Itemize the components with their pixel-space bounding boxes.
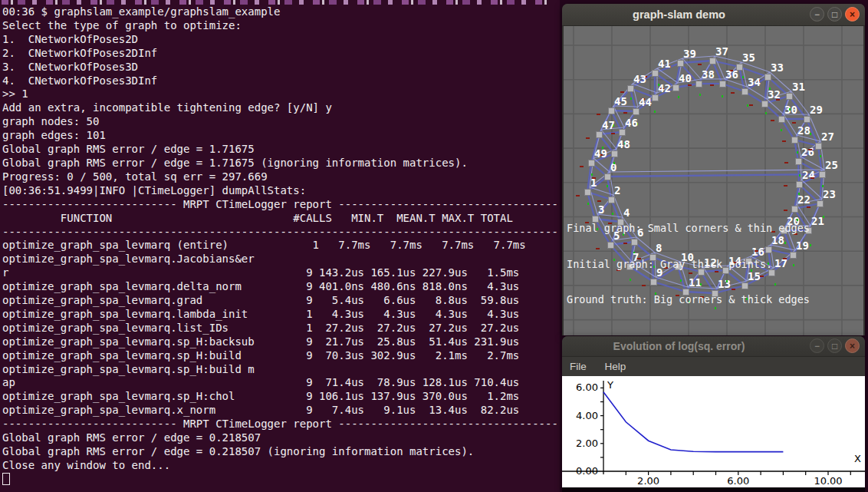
terminal-window[interactable]: 00:36 $ graphslam_example/graphslam_exam…	[0, 0, 560, 492]
graph-node	[584, 189, 591, 196]
graph-node-label: 42	[658, 83, 671, 94]
maximize-button[interactable]: □	[827, 7, 842, 21]
graph-node	[652, 70, 659, 77]
menu-help[interactable]: Help	[597, 357, 634, 376]
error-curve	[603, 392, 783, 452]
graph-edge	[747, 87, 767, 99]
graph-node	[619, 129, 626, 136]
minimize-button[interactable]: −	[810, 7, 824, 21]
graph-edge	[610, 170, 824, 172]
terminal-clipped-top-line	[2, 0, 547, 5]
graph-node	[596, 131, 603, 138]
initial-graph-point	[784, 185, 787, 187]
graph-slam-demo-window: graph-slam demo −□× 01234567891011121314…	[562, 4, 865, 335]
graph-edge	[767, 99, 784, 114]
graph-node-label: 2	[614, 185, 620, 196]
graph-node	[677, 60, 684, 67]
graph-node-label: 25	[825, 160, 838, 170]
ground-truth-point	[613, 162, 615, 164]
legend-initial-graph: Initial graph: Gray thick points.	[567, 259, 810, 270]
initial-graph-point	[771, 120, 774, 121]
initial-graph-point	[580, 166, 584, 167]
graph-node-label: 38	[702, 69, 715, 80]
error-window-controls: −□×	[810, 338, 860, 353]
graph-node	[796, 181, 803, 188]
ground-truth-point	[769, 88, 771, 90]
graph-node-label: 43	[633, 74, 646, 84]
graph-node	[608, 107, 615, 114]
error-window-titlebar[interactable]: Evolution of log(sq. error) −□×	[562, 336, 865, 357]
initial-graph-point	[749, 104, 753, 106]
graph-node-label: 30	[784, 104, 797, 115]
graph-3d-viewport[interactable]: 0123456789101112131415161718192021222324…	[564, 26, 863, 335]
graph-node-label: 37	[715, 46, 728, 57]
graph-node	[709, 58, 716, 64]
graph-node	[652, 94, 659, 101]
graph-node	[791, 137, 798, 144]
close-icon: ×	[850, 341, 855, 352]
x-axis-label: X	[854, 453, 861, 464]
ground-truth-point	[781, 129, 782, 131]
terminal-cursor	[2, 473, 10, 485]
graph-node	[611, 150, 618, 157]
error-chart-area[interactable]: 2.006.0010.006.004.002.000.00YX	[562, 376, 865, 487]
initial-graph-point	[623, 112, 627, 114]
y-tick-label: 6.00	[576, 381, 598, 393]
graph-node-label: 27	[821, 131, 834, 142]
ground-truth-point	[810, 133, 811, 135]
graph-node	[795, 158, 802, 165]
graph-node-label: 28	[797, 125, 810, 136]
ground-truth-point	[678, 96, 679, 98]
graph-node-label: 39	[683, 48, 696, 59]
ground-truth-point	[654, 111, 656, 113]
initial-graph-point	[810, 177, 814, 179]
graph-window-controls: −□×	[810, 7, 860, 21]
graph-node-label: 44	[639, 97, 652, 107]
graph-node-label: 41	[658, 58, 671, 69]
initial-graph-point	[576, 195, 580, 196]
initial-graph-point	[731, 92, 735, 94]
graph-node	[627, 85, 634, 92]
legend-ground-truth: Ground truth: Big corners & thick edges	[567, 294, 810, 305]
graph-node-label: 46	[625, 117, 638, 128]
minimize-button[interactable]: −	[810, 338, 824, 353]
ground-truth-point	[765, 112, 767, 114]
graph-node-label: 47	[602, 120, 615, 130]
initial-graph-point	[620, 91, 624, 93]
graph-node	[741, 88, 748, 95]
graph-node	[604, 173, 611, 180]
graph-node-label: 23	[823, 189, 836, 200]
y-tick-label: 4.00	[576, 410, 598, 421]
graph-node	[786, 93, 793, 100]
graph-window-titlebar[interactable]: graph-slam demo −□×	[562, 4, 865, 26]
menu-file[interactable]: File	[562, 357, 594, 376]
minimize-icon: −	[814, 9, 820, 20]
ground-truth-point	[822, 185, 824, 187]
graph-node	[588, 160, 595, 167]
ground-truth-point	[742, 76, 744, 78]
legend-final-graph: Final graph: Small corners & thin edges	[567, 223, 810, 234]
ground-truth-point	[747, 104, 748, 107]
graph-node-label: 45	[614, 96, 627, 107]
graph-node-label: 34	[748, 77, 761, 88]
ground-truth-point	[823, 216, 824, 218]
close-button[interactable]: ×	[845, 7, 860, 21]
initial-graph-point	[698, 64, 702, 65]
graph-node	[695, 81, 702, 88]
graph-node-label: 29	[810, 104, 823, 115]
initial-graph-point	[586, 137, 590, 139]
close-button[interactable]: ×	[845, 338, 860, 353]
error-chart: 2.006.0010.006.004.002.000.00YX	[562, 376, 865, 487]
graph-node-label: 40	[679, 73, 692, 84]
maximize-button[interactable]: □	[827, 338, 842, 353]
y-tick-label: 2.00	[576, 438, 598, 449]
ground-truth-point	[799, 174, 801, 177]
ground-truth-point	[607, 185, 608, 187]
ground-truth-point	[591, 173, 593, 176]
maximize-icon: □	[832, 341, 837, 352]
graph-node-label: 31	[792, 81, 805, 92]
ground-truth-point	[810, 244, 811, 246]
initial-graph-point	[792, 122, 796, 124]
terminal-output: 00:36 $ graphslam_example/graphslam_exam…	[2, 5, 558, 487]
ground-truth-point	[722, 95, 723, 97]
